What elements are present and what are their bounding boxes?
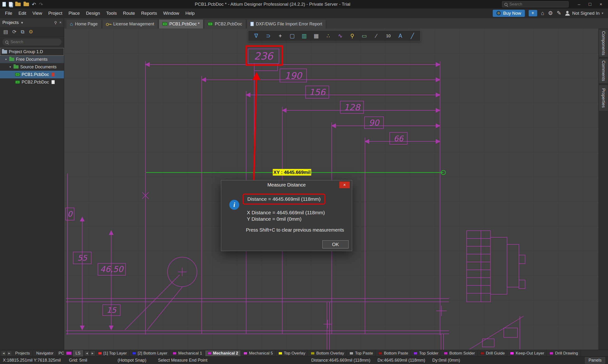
scroll-left-icon[interactable]: ◀	[1, 351, 6, 356]
tab-comments[interactable]: Comments	[599, 58, 608, 84]
minimize-button[interactable]: –	[574, 1, 584, 7]
layer-sets-button[interactable]: LS	[73, 350, 83, 356]
board-view-icon[interactable]: ▭	[359, 33, 370, 39]
panels-button[interactable]: Panels	[585, 357, 605, 364]
layer-tab-top-overlay[interactable]: Top Overlay	[276, 351, 308, 356]
refresh-icon[interactable]: ⟳	[12, 29, 17, 34]
layer-tab-top-paste[interactable]: Top Paste	[347, 351, 376, 356]
expand-caret-icon[interactable]: ▾	[4, 58, 8, 61]
layer-tab-label: Drill Drawing	[555, 351, 578, 356]
user-account-menu[interactable]: Not Signed In ▾	[565, 11, 603, 16]
menu-reports[interactable]: Reports	[138, 10, 160, 17]
home-icon[interactable]: ⌂	[541, 11, 544, 16]
layers-scroll-right-icon[interactable]: ▶	[90, 351, 95, 356]
menu-tools[interactable]: Tools	[103, 10, 120, 17]
layer-tab-mechanical-2[interactable]: Mechanical 2	[205, 351, 241, 356]
layer-tab-bottom-solder[interactable]: Bottom Solder	[442, 351, 478, 356]
copy-docs-icon[interactable]: ⧉	[21, 29, 24, 34]
component-grid-icon[interactable]: ▦	[311, 33, 322, 39]
redo-icon[interactable]: ↷	[39, 2, 43, 7]
tab-home-page[interactable]: ⌂ Home Page	[66, 19, 101, 28]
layers-scroll-left-icon[interactable]: ◀	[84, 351, 90, 356]
net-icon[interactable]: ⊃	[263, 33, 274, 39]
extensions-add-button[interactable]: +	[529, 10, 537, 16]
undo-icon[interactable]: ↶	[32, 2, 36, 7]
key-icon[interactable]: ⚲	[347, 33, 358, 39]
menu-project[interactable]: Project	[45, 10, 65, 17]
tab-license-management[interactable]: License Management	[102, 19, 158, 28]
pin-icon[interactable]: ⚲	[54, 20, 57, 25]
ok-button[interactable]: OK	[322, 240, 348, 248]
dialog-titlebar[interactable]: Measure Distance ×	[221, 180, 352, 189]
tree-item-project-group[interactable]: Project Group 1.D	[0, 48, 64, 55]
projects-search-input[interactable]	[11, 40, 59, 44]
menu-view[interactable]: View	[29, 10, 45, 17]
layer-color-swatch	[414, 352, 417, 355]
dialog-close-button[interactable]: ×	[339, 182, 350, 188]
tree-item-pcb1[interactable]: PCB1.PcbDoc	[0, 71, 64, 78]
projects-search-box[interactable]	[2, 39, 62, 46]
new-document-icon[interactable]	[2, 2, 6, 7]
layer-tab-bottom-paste[interactable]: Bottom Paste	[376, 351, 411, 356]
global-search-input[interactable]	[509, 2, 566, 7]
projects-panel-title: Projects	[2, 20, 19, 25]
menu-route[interactable]: Route	[120, 10, 138, 17]
text-tool-icon[interactable]: A	[395, 33, 406, 39]
settings-gear-icon[interactable]: ⚙	[548, 11, 553, 16]
menu-window[interactable]: Window	[160, 10, 182, 17]
crosshair-icon[interactable]: +	[275, 33, 286, 39]
menu-place[interactable]: Place	[65, 10, 83, 17]
layer-tab-top-solder[interactable]: Top Solder	[411, 351, 441, 356]
maximize-button[interactable]: □	[585, 1, 595, 7]
menu-design[interactable]: Design	[83, 10, 103, 17]
pcb-editor-canvas[interactable]: 236 190 156 128 90 66 55 46,50 15 0	[64, 28, 598, 350]
layer-tab-bottom-layer[interactable]: [2] Bottom Layer	[130, 351, 170, 356]
open-folder-icon[interactable]	[15, 3, 21, 6]
panel-tab-navigator[interactable]: Navigator	[33, 351, 56, 356]
numbers-icon[interactable]: 10	[383, 34, 394, 38]
layer-tab-bottom-overlay[interactable]: Bottom Overlay	[308, 351, 347, 356]
tab-properties[interactable]: Properties	[599, 85, 608, 111]
layer-tab-drill-drawing[interactable]: Drill Drawing	[547, 351, 580, 356]
panel-close-icon[interactable]: ×	[59, 20, 62, 25]
menu-file[interactable]: File	[2, 10, 15, 17]
documents-stack-icon[interactable]	[9, 2, 12, 7]
plus-icon: +	[531, 11, 534, 16]
line-tool-icon[interactable]: ╱	[407, 33, 418, 39]
layer-tab-keep-out[interactable]: Keep-Out Layer	[508, 351, 547, 356]
polyline-icon[interactable]: ∿	[335, 33, 346, 39]
buy-now-button[interactable]: Ɖ Buy Now	[493, 10, 525, 17]
tab-pcb1[interactable]: PCB1.PcbDoc *	[159, 19, 203, 28]
open-project-folder-icon[interactable]	[24, 3, 29, 6]
layer-tab-top-layer[interactable]: [1] Top Layer	[96, 351, 129, 356]
tree-item-pcb2[interactable]: PCB2.PcbDoc	[0, 78, 64, 86]
tab-components[interactable]: Components	[599, 29, 608, 57]
dimension-label: 46,50	[100, 264, 124, 274]
menu-help[interactable]: Help	[182, 10, 198, 17]
save-icon[interactable]: ▤	[3, 29, 8, 34]
project-options-gear-icon[interactable]: ⚙	[28, 29, 33, 34]
panel-dropdown-icon[interactable]: ▾	[21, 20, 23, 25]
layer-tab-mechanical-1[interactable]: Mechanical 1	[170, 351, 205, 356]
scroll-right-icon[interactable]: ▶	[7, 351, 12, 356]
bar-chart-icon[interactable]: ▥	[299, 33, 310, 39]
layer-tab-mechanical-5[interactable]: Mechanical 5	[241, 351, 275, 356]
statusbar: X:18815.251mil Y:7618.325mil Grid: 5mil …	[0, 356, 608, 364]
tree-item-source-documents[interactable]: ▾ Source Documents	[0, 63, 64, 71]
layer-tab-label: Drill Guide	[486, 351, 505, 356]
tree-item-free-documents[interactable]: ▾ Free Documents	[0, 55, 64, 63]
customize-pencil-icon[interactable]: ✎	[557, 11, 561, 16]
panel-tab-projects[interactable]: Projects	[12, 351, 33, 356]
tab-pcb2[interactable]: PCB2.PcbDoc	[204, 19, 246, 28]
vias-icon[interactable]: ∴	[323, 33, 334, 39]
global-search-box[interactable]	[502, 1, 568, 7]
close-button[interactable]: ×	[596, 1, 606, 7]
expand-caret-icon[interactable]: ▾	[9, 65, 12, 69]
tab-dxf-import-report[interactable]: DXF/DWG File Import Error Report	[247, 19, 326, 28]
filter-icon[interactable]: ∇	[251, 33, 262, 39]
select-area-icon[interactable]: ▢	[287, 33, 298, 39]
graph-icon[interactable]: ∕	[371, 33, 382, 39]
layer-tab-label: Top Paste	[355, 351, 373, 356]
layer-tab-drill-guide[interactable]: Drill Guide	[478, 351, 507, 356]
menu-edit[interactable]: Edit	[15, 10, 29, 17]
